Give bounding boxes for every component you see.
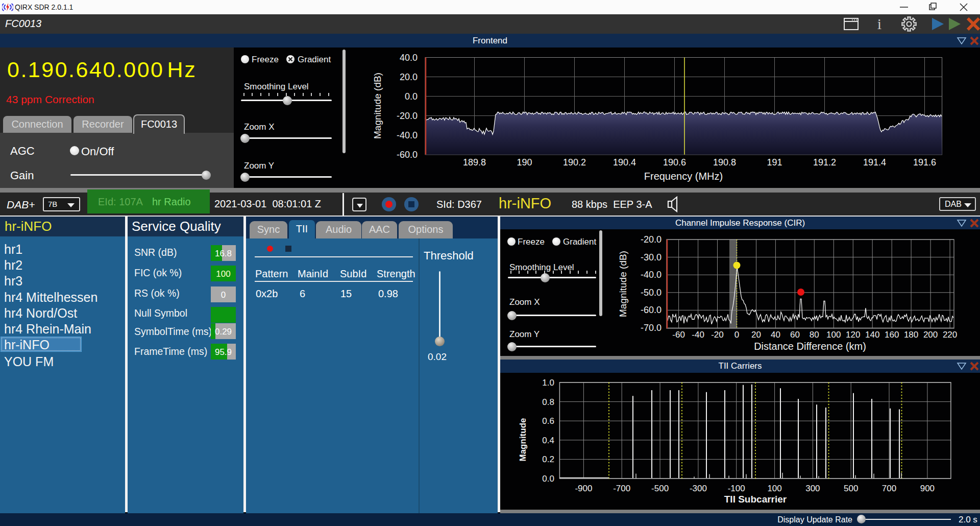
svg-text:40.0: 40.0 — [400, 53, 418, 63]
svg-text:190.8: 190.8 — [713, 157, 736, 168]
svg-text:0.0: 0.0 — [405, 91, 418, 102]
svg-text:220: 220 — [943, 330, 957, 340]
svg-text:100: 100 — [767, 484, 781, 493]
svg-text:-20.0: -20.0 — [641, 234, 662, 245]
svg-text:-60: -60 — [672, 330, 685, 340]
svg-text:Distance Difference (km): Distance Difference (km) — [754, 341, 866, 352]
svg-text:-900: -900 — [575, 484, 592, 493]
svg-text:180: 180 — [904, 330, 918, 340]
svg-text:-60.0: -60.0 — [641, 305, 662, 315]
svg-text:191: 191 — [767, 157, 782, 168]
svg-text:120: 120 — [846, 330, 860, 340]
svg-text:0.6: 0.6 — [542, 416, 554, 426]
svg-text:TII Subcarrier: TII Subcarrier — [724, 494, 787, 505]
svg-text:191.6: 191.6 — [913, 157, 936, 168]
svg-text:-60.0: -60.0 — [397, 150, 418, 160]
svg-text:-300: -300 — [690, 484, 707, 493]
svg-text:191.2: 191.2 — [813, 157, 836, 168]
svg-text:-30.0: -30.0 — [641, 252, 662, 262]
svg-text:-70.0: -70.0 — [641, 323, 662, 333]
svg-text:-500: -500 — [651, 484, 669, 493]
svg-text:190.6: 190.6 — [663, 157, 686, 168]
svg-text:190.4: 190.4 — [613, 157, 636, 168]
svg-text:0.4: 0.4 — [542, 436, 554, 445]
svg-text:190.2: 190.2 — [563, 157, 586, 168]
svg-text:-50.0: -50.0 — [641, 288, 662, 298]
svg-text:60: 60 — [790, 330, 800, 340]
svg-text:-20: -20 — [711, 330, 724, 340]
svg-text:-20.0: -20.0 — [397, 111, 418, 121]
svg-text:0.0: 0.0 — [542, 474, 554, 484]
svg-text:Magnitude (dB): Magnitude (dB) — [618, 251, 628, 317]
svg-text:900: 900 — [920, 484, 935, 493]
svg-text:160: 160 — [885, 330, 899, 340]
svg-text:0.2: 0.2 — [542, 455, 554, 464]
svg-text:Magnitude (dB): Magnitude (dB) — [372, 73, 383, 139]
svg-text:80: 80 — [810, 330, 819, 340]
svg-text:20.0: 20.0 — [400, 72, 418, 82]
svg-text:Magnitude: Magnitude — [518, 418, 528, 462]
svg-text:0: 0 — [734, 330, 739, 340]
svg-text:200: 200 — [923, 330, 938, 340]
svg-text:189.8: 189.8 — [463, 157, 486, 168]
svg-text:190: 190 — [517, 157, 532, 168]
svg-text:20: 20 — [751, 330, 761, 340]
svg-text:300: 300 — [805, 484, 820, 493]
svg-text:i: i — [877, 16, 881, 32]
svg-text:500: 500 — [844, 484, 858, 493]
svg-text:Frequency (MHz): Frequency (MHz) — [644, 171, 723, 182]
svg-text:-40: -40 — [692, 330, 704, 340]
svg-text:-40.0: -40.0 — [397, 130, 418, 140]
svg-text:-100: -100 — [728, 484, 745, 493]
svg-text:-40.0: -40.0 — [641, 270, 662, 280]
svg-text:-700: -700 — [613, 484, 630, 493]
svg-text:100: 100 — [826, 330, 841, 340]
svg-text:700: 700 — [882, 484, 896, 493]
svg-text:0.8: 0.8 — [542, 397, 554, 407]
svg-text:40: 40 — [771, 330, 780, 340]
svg-text:1.0: 1.0 — [542, 378, 554, 388]
svg-text:140: 140 — [865, 330, 879, 340]
svg-text:191.4: 191.4 — [863, 157, 886, 168]
